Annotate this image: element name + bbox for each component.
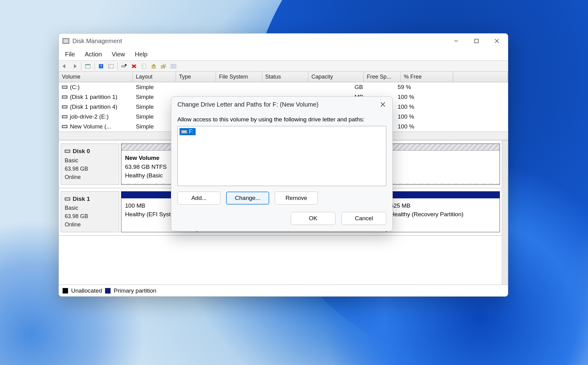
remove-button[interactable]: Remove [275, 192, 318, 205]
volume-name: (C:) [70, 84, 80, 91]
svg-rect-5 [85, 64, 90, 65]
refresh-icon[interactable] [107, 63, 115, 70]
volume-layout: Simple [133, 123, 176, 131]
legend-unallocated-swatch [63, 288, 68, 294]
properties-icon[interactable] [140, 63, 148, 70]
cancel-button[interactable]: Cancel [342, 212, 386, 225]
drive-icon [62, 95, 67, 99]
volume-layout: Simple [133, 113, 176, 121]
col-tail [453, 72, 508, 82]
list-item-label: F: [189, 128, 194, 135]
menu-view[interactable]: View [107, 50, 130, 59]
svg-rect-11 [142, 64, 146, 68]
menu-file[interactable]: File [60, 50, 80, 59]
scrollbar[interactable] [502, 140, 508, 285]
legend-primary-swatch [105, 288, 111, 294]
forward-icon[interactable] [71, 63, 79, 70]
list-item[interactable]: F: [180, 128, 196, 135]
up-icon[interactable] [150, 63, 158, 70]
col-type[interactable]: Type [176, 72, 216, 82]
partition-size: 63.98 GB NTFS [125, 164, 167, 170]
legend-unallocated: Unallocated [71, 287, 102, 294]
volume-name: (Disk 1 partition 4) [70, 103, 117, 110]
pane-icon[interactable] [84, 63, 92, 70]
partition-bar [387, 192, 500, 198]
drive-letter-listbox[interactable]: F: [177, 126, 386, 186]
volume-name: (Disk 1 partition 1) [70, 94, 117, 100]
delete-icon[interactable] [130, 63, 138, 70]
col-pctfree[interactable]: % Free [401, 72, 453, 82]
col-status[interactable]: Status [262, 72, 308, 82]
disk-status: Online [65, 173, 115, 181]
drive-icon [62, 86, 67, 89]
menu-action[interactable]: Action [80, 50, 107, 59]
minimize-button[interactable] [452, 37, 460, 45]
col-capacity[interactable]: Capacity [308, 72, 364, 82]
disk-type: Basic [65, 204, 115, 212]
disk-header[interactable]: Disk 1Basic63.98 GBOnline [61, 191, 119, 233]
drive-icon [62, 125, 67, 128]
col-freespace[interactable]: Free Sp... [364, 72, 401, 82]
svg-rect-12 [152, 65, 156, 68]
svg-text:?: ? [100, 64, 102, 68]
table-row[interactable]: (C:)SimpleGB59 % [59, 82, 508, 92]
change-drive-letter-dialog: Change Drive Letter and Paths for F: (Ne… [171, 96, 393, 231]
menubar: File Action View Help [59, 48, 508, 61]
volume-layout: Simple [133, 103, 176, 111]
window-title: Disk Management [72, 38, 122, 45]
search-icon[interactable] [160, 63, 168, 70]
titlebar[interactable]: Disk Management [59, 34, 508, 48]
drive-icon [181, 130, 187, 133]
volume-pctfree: 100 % [395, 103, 435, 111]
change-button[interactable]: Change... [226, 192, 269, 205]
toolbar: ? [59, 61, 508, 72]
volume-layout: Simple [133, 83, 176, 91]
volume-name: New Volume (... [70, 123, 111, 130]
add-button[interactable]: Add... [177, 192, 221, 205]
app-icon [63, 38, 69, 44]
volume-pctfree: 59 % [395, 83, 435, 91]
disk-icon [65, 150, 70, 153]
volume-pctfree: 100 % [395, 123, 435, 131]
disk-type: Basic [65, 156, 115, 165]
volume-name: job-drive-2 (E:) [70, 113, 109, 120]
back-icon[interactable] [61, 63, 69, 70]
drive-icon [62, 115, 67, 118]
volume-layout: Simple [133, 93, 176, 101]
dialog-close-button[interactable] [380, 102, 386, 108]
disk-size: 63.98 GB [65, 212, 115, 221]
svg-rect-9 [122, 66, 125, 67]
partition-status: Healthy (Recovery Partition) [390, 211, 464, 217]
svg-line-15 [165, 66, 166, 67]
partition-size: 100 MB [125, 202, 145, 209]
col-layout[interactable]: Layout [133, 72, 176, 82]
list-icon[interactable] [169, 63, 177, 70]
drive-icon [62, 105, 67, 108]
disk-label: Disk 0 [73, 147, 90, 156]
svg-rect-1 [475, 39, 478, 43]
volume-list-header: Volume Layout Type File System Status Ca… [59, 72, 508, 82]
maximize-button[interactable] [472, 37, 481, 45]
volume-pctfree: 100 % [395, 93, 435, 101]
col-filesystem[interactable]: File System [216, 72, 262, 82]
ok-button[interactable]: OK [291, 212, 335, 225]
legend-primary: Primary partition [114, 287, 156, 294]
dialog-title: Change Drive Letter and Paths for F: (Ne… [177, 101, 318, 108]
help-icon[interactable]: ? [97, 63, 105, 70]
legend: Unallocated Primary partition [59, 285, 508, 296]
disk-status: Online [65, 221, 115, 229]
svg-point-10 [125, 64, 127, 66]
disk-header[interactable]: Disk 0Basic63.98 GBOnline [61, 144, 119, 185]
dialog-caption: Allow access to this volume by using the… [177, 116, 386, 123]
col-volume[interactable]: Volume [59, 72, 133, 82]
partition[interactable]: 625 MBHealthy (Recovery Partition) [386, 191, 500, 233]
disk-label: Disk 1 [73, 195, 90, 204]
disk-size: 63.98 GB [65, 165, 115, 173]
menu-help[interactable]: Help [130, 50, 152, 59]
partition-size: 625 MB [390, 202, 410, 209]
svg-rect-13 [161, 65, 165, 68]
disk-icon [65, 197, 70, 201]
partition-status: Healthy (Basic [125, 172, 163, 179]
settings-icon[interactable] [120, 63, 128, 70]
close-button[interactable] [493, 37, 501, 45]
